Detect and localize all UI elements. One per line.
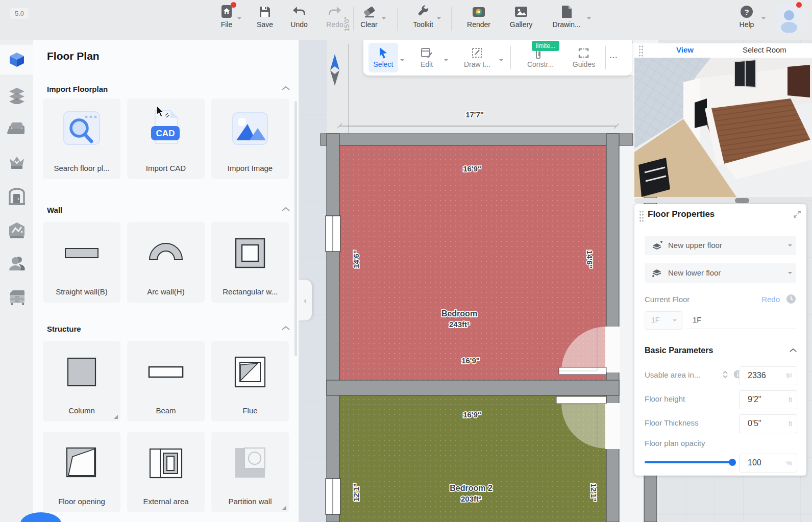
3d-preview[interactable]: [634, 58, 812, 197]
chevron-up-icon[interactable]: [281, 207, 290, 212]
file-button[interactable]: File: [212, 5, 241, 29]
card-straight-wall[interactable]: Straight wall(B): [43, 222, 120, 303]
card-rectangular-wall[interactable]: Rectangular w...: [211, 222, 289, 303]
card-partition-wall[interactable]: Partition wall: [211, 432, 289, 512]
drawing-button[interactable]: Drawin...: [550, 5, 583, 29]
undo-button[interactable]: Undo: [284, 5, 314, 29]
cursor-icon: [378, 47, 389, 59]
floor-thickness-input[interactable]: 0'5" ft: [739, 414, 797, 433]
panel-collapse-button[interactable]: ‹: [299, 280, 312, 320]
draw-tool-button[interactable]: Draw t...: [458, 43, 496, 72]
card-import-image[interactable]: Import Image: [211, 98, 289, 179]
toolbar-divider: [510, 46, 511, 69]
chevron-down-icon[interactable]: [761, 17, 766, 21]
section-title-wall: Wall: [47, 206, 62, 214]
opacity-slider[interactable]: [645, 461, 732, 463]
sidebar-item-ai-design[interactable]: [0, 215, 33, 245]
chevron-down-icon[interactable]: [437, 17, 441, 21]
card-beam[interactable]: Beam: [127, 341, 205, 421]
crown-icon: [8, 155, 26, 171]
opacity-label: Floor plan opacity: [645, 439, 705, 448]
new-lower-floor-button[interactable]: New lower floor: [645, 263, 796, 283]
floor-name-input[interactable]: 1F: [686, 311, 796, 329]
house-ai-icon: [8, 221, 26, 239]
tab-select-room[interactable]: Select Room: [743, 45, 786, 54]
chevron-up-icon[interactable]: [281, 326, 290, 331]
guides-icon: [578, 47, 590, 59]
select-tool-button[interactable]: Select: [368, 43, 398, 72]
page-title: Floor Plan: [47, 50, 100, 62]
chevron-down-icon: [673, 319, 677, 324]
image-icon: [514, 5, 528, 19]
chevron-up-icon[interactable]: [281, 86, 290, 91]
chevron-down-icon[interactable]: [499, 59, 503, 63]
panel-scrollbar[interactable]: [294, 101, 297, 356]
sidebar-item-doors-windows[interactable]: [0, 182, 33, 211]
chevron-up-icon[interactable]: [789, 348, 797, 353]
toolkit-button[interactable]: Toolkit: [408, 5, 438, 29]
beam-icon: [143, 349, 189, 395]
toolbar-divider: [353, 7, 354, 31]
card-flue[interactable]: Flue: [211, 341, 289, 421]
card-search-floorplan[interactable]: Search floor pl...: [43, 98, 120, 179]
gallery-button[interactable]: Gallery: [506, 5, 536, 29]
card-arc-wall[interactable]: Arc wall(H): [127, 222, 205, 303]
sidebar-item-cabinet[interactable]: [0, 283, 33, 312]
sidebar-item-templates[interactable]: [0, 81, 33, 110]
chevron-down-icon[interactable]: [400, 59, 404, 63]
flue-icon: [227, 349, 273, 395]
expand-icon[interactable]: [793, 210, 801, 218]
svg-text:CAD: CAD: [156, 129, 175, 138]
tab-view[interactable]: View: [676, 45, 694, 54]
svg-text:?: ?: [744, 8, 749, 16]
preview-tabbar: View Select Room: [634, 43, 812, 58]
redo-link[interactable]: Redo: [761, 295, 780, 304]
card-column[interactable]: Column: [43, 341, 120, 421]
room-name: Bedroom: [441, 309, 477, 318]
wrench-icon: [416, 5, 430, 19]
redo-button[interactable]: Redo: [320, 5, 350, 29]
floor-select[interactable]: 1F: [645, 311, 682, 330]
clear-button[interactable]: Clear: [354, 5, 384, 29]
more-button[interactable]: ...: [609, 51, 618, 60]
chevron-down-icon[interactable]: [382, 17, 386, 21]
nav-rail: [0, 40, 33, 522]
opacity-input[interactable]: 100 %: [739, 454, 797, 473]
sidebar-item-furniture[interactable]: [0, 114, 33, 144]
chevron-down-icon[interactable]: [237, 17, 241, 21]
dim-label: 16'9": [461, 356, 480, 365]
slider-thumb[interactable]: [729, 459, 736, 466]
help-button[interactable]: ? Help: [732, 5, 761, 29]
card-floor-opening[interactable]: Floor opening: [43, 432, 120, 512]
avatar[interactable]: [777, 4, 801, 33]
toolbar-divider: [397, 7, 398, 31]
drag-handle[interactable]: [638, 45, 643, 57]
room-bedroom[interactable]: [339, 145, 606, 380]
scrollbar-thumb[interactable]: [735, 198, 749, 203]
preview-scrollbar[interactable]: [634, 198, 805, 203]
external-area-icon: [143, 440, 189, 486]
sidebar-item-floorplan[interactable]: [0, 45, 33, 74]
render-button[interactable]: Render: [464, 5, 494, 29]
new-upper-floor-button[interactable]: New upper floor: [645, 236, 796, 255]
edit-tool-button[interactable]: Edit: [412, 43, 441, 72]
submenu-indicator: [114, 415, 118, 419]
drag-handle[interactable]: [639, 210, 644, 222]
floor-height-input[interactable]: 9'2" ft: [739, 390, 797, 409]
chevron-down-icon[interactable]: [444, 59, 448, 63]
dim-label: 17'7": [465, 110, 484, 119]
submenu-indicator: [282, 506, 286, 510]
chevron-down-icon[interactable]: [587, 17, 591, 21]
usable-area-input[interactable]: 2336 ft²: [739, 366, 797, 385]
eraser-icon: [362, 5, 376, 19]
sidebar-item-people[interactable]: [0, 249, 33, 279]
guides-tool-button[interactable]: Guides: [568, 43, 600, 72]
sidebar-item-vip[interactable]: [0, 148, 33, 178]
lower-floor-icon: [652, 268, 663, 278]
save-icon: [258, 5, 272, 19]
param-label: Floor height: [645, 394, 685, 403]
sort-arrows-icon[interactable]: [722, 370, 728, 379]
save-button[interactable]: Save: [250, 5, 280, 29]
card-external-area[interactable]: External area: [127, 432, 205, 512]
history-clock-icon[interactable]: [786, 294, 796, 304]
